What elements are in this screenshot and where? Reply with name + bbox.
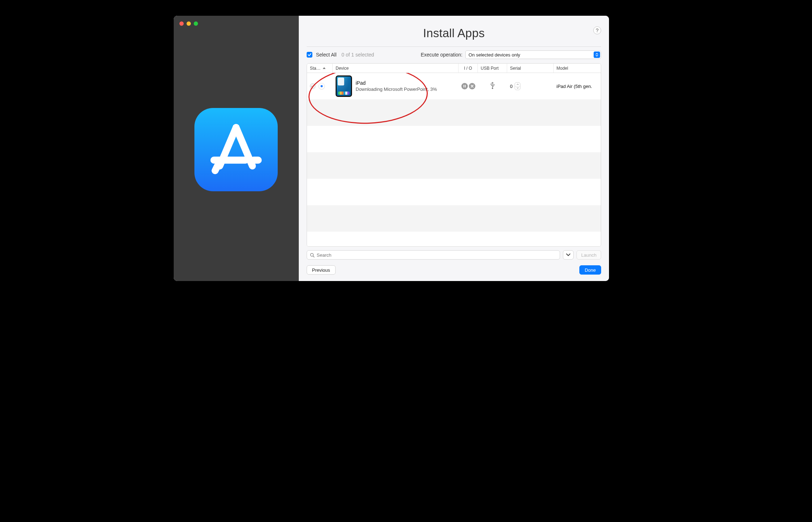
help-button[interactable]: ? [593, 26, 601, 34]
svg-rect-6 [465, 85, 466, 88]
done-button[interactable]: Done [579, 265, 601, 275]
table-body: iPad Downloading Microsoft PowerPoint, 3… [307, 73, 601, 246]
execute-operation-label: Execute operation: [421, 52, 462, 58]
device-status-text: Downloading Microsoft PowerPoint, 3% [356, 87, 437, 92]
stepper-up-icon [515, 83, 520, 87]
pause-button[interactable] [461, 83, 468, 89]
launch-button[interactable]: Launch [576, 250, 601, 260]
window-controls [179, 21, 198, 26]
model-value: iPad Air (5th gen. [556, 84, 592, 89]
toolbar: Select All 0 of 1 selected Execute opera… [299, 47, 609, 63]
svg-line-11 [313, 256, 314, 257]
usb-icon [490, 82, 495, 91]
select-arrows-icon [594, 51, 600, 58]
footer: Previous Done [299, 260, 609, 281]
row-status-cell [307, 73, 333, 99]
execute-operation-select[interactable]: On selected devices only [465, 50, 601, 59]
titlebar: Install Apps ? [307, 16, 601, 47]
svg-point-8 [491, 84, 492, 85]
selection-count: 0 of 1 selected [342, 52, 374, 58]
svg-point-7 [492, 88, 493, 89]
row-model-cell: iPad Air (5th gen. [554, 73, 601, 99]
search-history-button[interactable] [563, 250, 574, 260]
previous-button[interactable]: Previous [307, 265, 336, 275]
search-icon [310, 253, 315, 257]
minimize-window-button[interactable] [187, 21, 191, 26]
row-checkbox[interactable] [310, 83, 316, 89]
app-store-icon [194, 108, 278, 191]
col-device[interactable]: Device [333, 64, 459, 73]
row-serial-cell: 0 [507, 73, 554, 99]
zoom-window-button[interactable] [194, 21, 198, 26]
svg-rect-9 [494, 84, 495, 85]
table-row[interactable]: iPad Downloading Microsoft PowerPoint, 3… [307, 73, 601, 99]
svg-line-4 [215, 166, 218, 171]
busy-indicator-icon [318, 83, 325, 89]
search-input[interactable] [307, 250, 560, 260]
row-io-cell [459, 73, 478, 99]
col-usb[interactable]: USB Port [478, 64, 507, 73]
row-usb-cell [478, 73, 507, 99]
stepper-down-icon [515, 87, 520, 90]
device-thumbnail-icon [336, 75, 352, 97]
table-header: Sta… Device I / O USB Port Serial Model [307, 64, 601, 73]
col-model[interactable]: Model [554, 64, 601, 73]
col-status[interactable]: Sta… [307, 64, 333, 73]
device-table: Sta… Device I / O USB Port Serial Model [307, 63, 601, 247]
serial-value: 0 [510, 84, 513, 89]
row-device-cell: iPad Downloading Microsoft PowerPoint, 3… [333, 73, 459, 99]
chevron-down-icon [566, 253, 570, 256]
col-io[interactable]: I / O [459, 64, 478, 73]
close-window-button[interactable] [179, 21, 184, 26]
select-all-label: Select All [316, 52, 337, 58]
app-window: Install Apps ? Select All 0 of 1 selecte… [174, 16, 609, 281]
searchbar: Launch [307, 250, 601, 260]
main-panel: Install Apps ? Select All 0 of 1 selecte… [299, 16, 609, 281]
cancel-button[interactable] [469, 83, 475, 89]
sidebar [174, 16, 299, 281]
execute-operation-value: On selected devices only [469, 52, 520, 58]
device-name: iPad [356, 80, 437, 87]
select-all-checkbox[interactable] [307, 52, 312, 58]
search-field[interactable] [317, 252, 557, 258]
col-serial[interactable]: Serial [507, 64, 554, 73]
serial-stepper[interactable] [515, 82, 520, 90]
help-icon: ? [596, 28, 599, 33]
svg-rect-5 [464, 85, 464, 88]
page-title: Install Apps [315, 26, 593, 40]
